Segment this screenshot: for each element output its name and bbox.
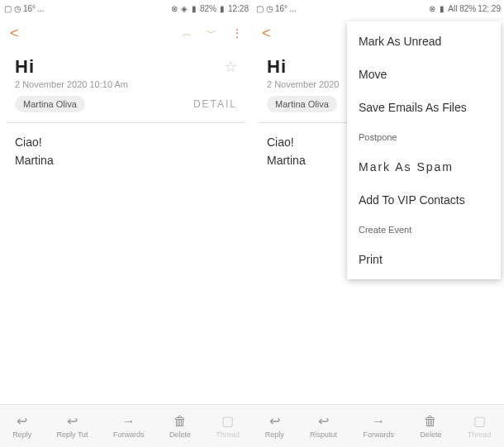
detail-link[interactable]: DETAIL [193, 98, 237, 110]
reply-label: Reply [12, 430, 31, 439]
more-dots: ... [37, 4, 44, 13]
thread-label: Thread [216, 430, 240, 439]
thread-label: Thread [468, 430, 492, 439]
thread-button[interactable]: ▢ Thread [468, 414, 492, 439]
options-menu: Mark As Unread Move Save Emails As Files… [347, 21, 501, 279]
temperature: 16° [23, 4, 36, 13]
star-icon[interactable]: ☆ [224, 58, 237, 76]
trash-icon: 🗑 [174, 414, 187, 429]
reply-all-button[interactable]: ↩ Reply Tut [57, 414, 88, 439]
battery-text: 82% [200, 4, 216, 13]
clock-text: 12: 29 [478, 4, 501, 13]
forward-button[interactable]: → Forwards [363, 414, 394, 439]
clock-icon: ◷ [265, 4, 273, 12]
image-icon: ▢ [255, 4, 264, 12]
right-screen: ▢ ◷ 16° ... ⊗ ▮ All 82% 12: 29 < Hi 2 No… [252, 0, 504, 447]
thread-icon: ▢ [221, 414, 234, 429]
email-subject: Hi [267, 56, 287, 78]
signal-icon: ▮ [190, 4, 198, 12]
sender-chip[interactable]: Martina Oliva [267, 96, 337, 112]
clock-text: 12:28 [228, 4, 249, 13]
wifi-icon: ◈ [180, 4, 188, 12]
reply-all-label: Risputut [310, 430, 337, 439]
temperature: 16° [275, 4, 288, 13]
up-arrow-icon[interactable]: ︿ [182, 26, 192, 40]
reply-icon: ↩ [269, 414, 280, 429]
email-body: Ciao! Martina [0, 135, 252, 169]
body-signature: Martina [15, 153, 237, 169]
reply-button[interactable]: ↩ Reply [265, 414, 284, 439]
thread-button[interactable]: ▢ Thread [216, 414, 240, 439]
divider [7, 122, 245, 123]
reply-button[interactable]: ↩ Reply [12, 414, 31, 439]
delete-button[interactable]: 🗑 Delete [169, 414, 191, 439]
reply-all-icon: ↩ [67, 414, 78, 429]
thread-icon: ▢ [473, 414, 486, 429]
trash-icon: 🗑 [424, 414, 437, 429]
menu-postpone[interactable]: Postpone [347, 124, 501, 150]
delete-button[interactable]: 🗑 Delete [420, 414, 441, 439]
menu-add-vip[interactable]: Add To VIP Contacts [347, 183, 501, 216]
menu-move[interactable]: Move [347, 58, 501, 91]
email-subject: Hi [15, 56, 35, 78]
delete-label: Delete [420, 430, 441, 439]
email-date: 2 November 2020 10:10 Am [0, 78, 252, 96]
forward-icon: → [372, 414, 385, 429]
body-greeting: Ciao! [15, 135, 237, 151]
battery-text: All 82% [448, 4, 476, 13]
delete-label: Delete [169, 430, 191, 439]
menu-mark-spam[interactable]: Mark As Spam [347, 150, 501, 183]
menu-create-event[interactable]: Create Event [347, 216, 501, 243]
menu-print[interactable]: Print [347, 243, 501, 276]
forward-label: Forwards [113, 430, 145, 439]
reply-all-icon: ↩ [318, 414, 329, 429]
mute-icon: ⊗ [428, 4, 436, 12]
mute-icon: ⊗ [170, 4, 178, 12]
sender-chip[interactable]: Martina Oliva [15, 96, 85, 112]
down-arrow-icon[interactable]: ﹀ [207, 26, 216, 40]
statusbar-left: ▢ ◷ 16° ... ⊗ ◈ ▮ 82% ▮ 12:28 [0, 0, 252, 17]
battery-icon: ▮ [218, 4, 226, 12]
reply-icon: ↩ [17, 414, 27, 429]
reply-all-button[interactable]: ↩ Risputut [310, 414, 337, 439]
left-screen: ▢ ◷ 16° ... ⊗ ◈ ▮ 82% ▮ 12:28 < ︿ ﹀ ⋮ [0, 0, 252, 447]
menu-mark-unread[interactable]: Mark As Unread [347, 25, 501, 58]
header-left: < ︿ ﹀ ⋮ [0, 17, 252, 50]
forward-button[interactable]: → Forwards [113, 414, 145, 439]
bottom-toolbar: ↩ Reply ↩ Reply Tut → Forwards 🗑 Delete … [0, 404, 504, 447]
more-menu-icon[interactable]: ⋮ [231, 26, 242, 40]
statusbar-right: ▢ ◷ 16° ... ⊗ ▮ All 82% 12: 29 [252, 0, 504, 17]
image-icon: ▢ [3, 4, 12, 12]
reply-label: Reply [265, 430, 284, 439]
reply-all-label: Reply Tut [57, 430, 88, 439]
signal-icon: ▮ [438, 4, 446, 12]
menu-save-files[interactable]: Save Emails As Files [347, 91, 501, 124]
back-button[interactable]: < [262, 25, 271, 42]
clock-icon: ◷ [13, 4, 21, 12]
forward-label: Forwards [363, 430, 394, 439]
more-dots: ... [289, 4, 296, 13]
back-button[interactable]: < [10, 25, 19, 42]
forward-icon: → [122, 414, 136, 429]
